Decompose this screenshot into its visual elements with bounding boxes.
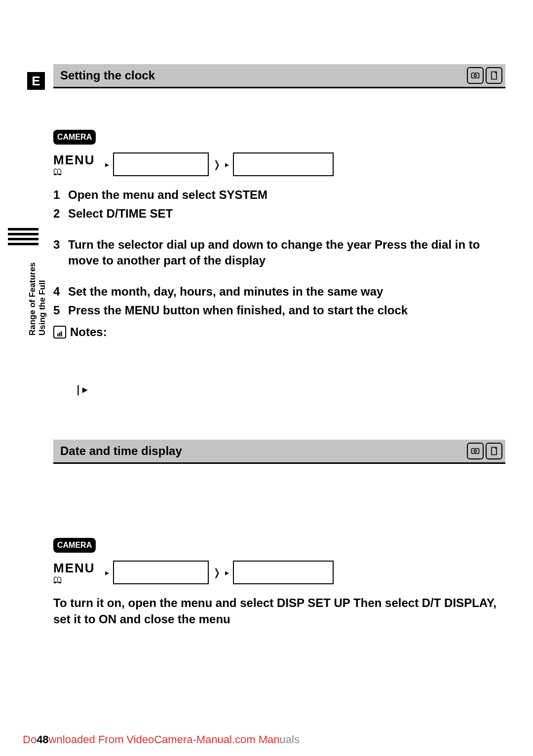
page-footer: Do48wnloaded From VideoCamera-Manual.com…	[23, 733, 300, 746]
svg-point-1	[474, 75, 477, 77]
arrow-right-icon: ▸	[225, 160, 229, 169]
page-letter-badge: E	[27, 72, 45, 90]
menu-box-1	[113, 561, 209, 584]
menu-box-2	[233, 561, 334, 584]
menu-box-1	[113, 152, 209, 176]
book-icon: 🕮	[53, 167, 62, 177]
svg-rect-5	[472, 449, 479, 454]
book-icon: 🕮	[53, 575, 62, 585]
sidebar-label-1: Range of Features	[28, 263, 38, 336]
tape-icon	[467, 443, 484, 459]
svg-rect-4	[61, 332, 62, 337]
section-title: Date and time display	[60, 444, 182, 458]
notes-label: Notes:	[70, 325, 107, 339]
instruction-steps: 1Open the menu and select SYSTEM 2Select…	[53, 187, 505, 339]
play-forward-icon: ❘▸	[74, 383, 533, 395]
svg-rect-2	[57, 334, 58, 337]
section-title: Setting the clock	[60, 69, 155, 82]
section2-instruction: To turn it on, open the menu and select …	[53, 595, 505, 627]
double-arrow-icon: ❭	[213, 158, 221, 170]
camera-mode-tag: CAMERA	[53, 130, 96, 145]
arrow-right-icon: ▸	[105, 568, 109, 577]
section-header-clock: Setting the clock	[53, 64, 505, 88]
menu-path-row: MENU 🕮 ▸ ❭ ▸	[53, 152, 533, 177]
arrow-right-icon: ▸	[105, 160, 109, 169]
arrow-right-icon: ▸	[225, 568, 229, 577]
notes-icon	[53, 326, 66, 339]
tape-icon	[467, 67, 484, 84]
card-icon	[486, 67, 502, 84]
menu-label-text: MENU	[53, 152, 95, 168]
menu-box-2	[233, 152, 334, 176]
svg-rect-0	[472, 73, 479, 78]
section-header-datetime: Date and time display	[53, 440, 505, 464]
sidebar-decorative-bars	[8, 228, 38, 248]
menu-label-text: MENU	[53, 561, 95, 576]
camera-mode-tag: CAMERA	[53, 538, 96, 553]
svg-point-6	[474, 450, 477, 453]
double-arrow-icon: ❭	[213, 567, 221, 578]
svg-rect-3	[59, 333, 60, 337]
card-icon	[486, 443, 502, 459]
menu-path-row: MENU 🕮 ▸ ❭ ▸	[53, 561, 533, 585]
sidebar-label-2: Using the Full	[38, 280, 47, 336]
